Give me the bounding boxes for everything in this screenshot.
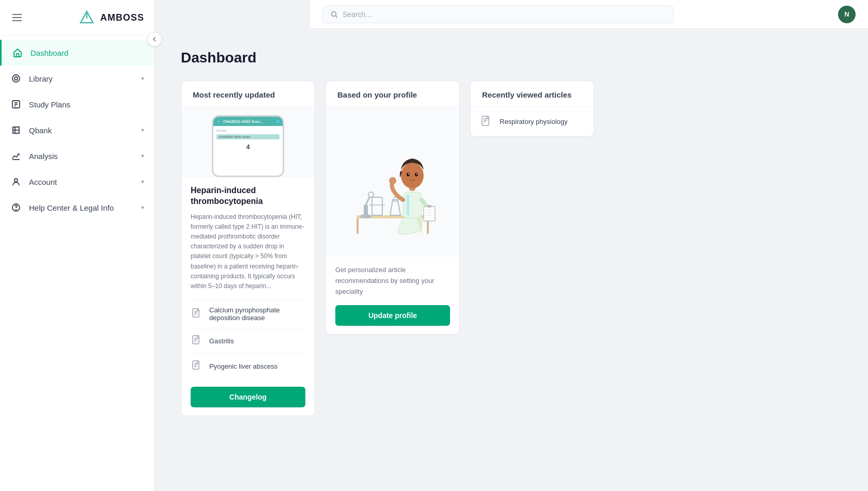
search-icon <box>330 10 338 19</box>
svg-rect-32 <box>372 197 382 215</box>
doc-icon <box>191 308 203 320</box>
svg-point-14 <box>16 210 16 210</box>
svg-rect-48 <box>424 207 435 221</box>
svg-rect-49 <box>427 205 431 208</box>
svg-line-37 <box>366 196 370 205</box>
article-excerpt: Heparin-induced thrombocytopenia (HIT; f… <box>191 212 305 292</box>
phone-body: Results CHA2DS2-VASc Score 4 <box>213 126 283 176</box>
phone-number: 4 <box>216 144 280 151</box>
article-list-item[interactable]: Gastritis <box>191 328 305 353</box>
svg-point-12 <box>14 179 18 182</box>
top-bar: N <box>310 0 868 29</box>
profile-illustration <box>326 107 459 257</box>
phone-mockup: ← CHA2DS2-VASc Scor... Results CHA2DS2-V… <box>212 115 284 177</box>
article-list-item[interactable]: Pyogenic liver abscess <box>191 353 305 378</box>
doc-icon <box>191 360 203 372</box>
svg-point-47 <box>389 177 396 184</box>
svg-point-4 <box>14 77 18 80</box>
sidebar: AMBOSS Dashboard Libr <box>0 0 155 491</box>
svg-point-15 <box>332 11 336 16</box>
article-item-3-name: Pyogenic liver abscess <box>209 362 277 370</box>
chevron-down-icon: ▾ <box>141 152 144 160</box>
changelog-button[interactable]: Changelog <box>191 387 305 407</box>
amboss-logo-text: AMBOSS <box>100 12 144 23</box>
sidebar-item-qbank-label: Qbank <box>29 126 52 135</box>
svg-point-46 <box>416 173 417 175</box>
svg-point-43 <box>407 173 410 177</box>
svg-point-42 <box>401 163 424 188</box>
sidebar-item-account-label: Account <box>29 178 57 186</box>
svg-rect-30 <box>357 218 359 234</box>
svg-point-44 <box>415 173 418 177</box>
svg-point-3 <box>12 75 20 82</box>
article-card-content: Heparin-induced thrombocytopenia Heparin… <box>181 177 315 416</box>
help-icon <box>10 202 22 213</box>
sidebar-item-library[interactable]: Library ▾ <box>0 66 154 91</box>
chevron-down-icon: ▾ <box>141 178 144 185</box>
svg-point-45 <box>408 173 409 175</box>
search-input[interactable] <box>343 10 666 19</box>
right-panel: N Dashboard Most recently updated <box>155 0 868 491</box>
library-icon <box>10 73 22 84</box>
recent-article-1-name: Respiratory physiology <box>500 118 568 125</box>
card-recently-viewed: Recently viewed articles Respiratory phy… <box>470 81 594 137</box>
sidebar-item-analysis[interactable]: Analysis ▾ <box>0 143 154 169</box>
doctor-svg <box>341 115 444 249</box>
qbank-icon <box>10 124 22 136</box>
sidebar-item-help-label: Help Center & Legal Info <box>29 203 114 212</box>
content-area: Dashboard Most recently updated ← <box>155 29 868 491</box>
chevron-down-icon: ▾ <box>141 204 144 211</box>
avatar[interactable]: N <box>838 6 856 23</box>
profile-card-content: Get personalized article recommendations… <box>326 257 459 334</box>
account-icon <box>10 176 22 187</box>
phone-result-bar: CHA2DS2-VASc Score <box>216 134 280 139</box>
sidebar-item-study-plans-label: Study Plans <box>29 100 70 109</box>
hamburger-button[interactable] <box>10 12 24 23</box>
doc-icon <box>191 335 203 347</box>
profile-description: Get personalized article recommendations… <box>335 265 450 297</box>
sidebar-item-dashboard[interactable]: Dashboard <box>0 40 154 66</box>
article-list-item[interactable]: Calcium pyrophosphate deposition disease <box>191 299 305 328</box>
phone-top-bar: ← CHA2DS2-VASc Scor... <box>213 117 283 126</box>
sidebar-item-study-plans[interactable]: Study Plans <box>0 91 154 117</box>
svg-rect-53 <box>482 116 489 125</box>
sidebar-item-library-label: Library <box>29 74 53 83</box>
doc-icon <box>480 115 492 128</box>
phone-mockup-container: ← CHA2DS2-VASc Scor... Results CHA2DS2-V… <box>181 107 315 177</box>
chevron-down-icon: ▾ <box>141 75 144 82</box>
svg-rect-40 <box>407 195 409 215</box>
phone-dot <box>276 120 280 123</box>
sidebar-item-analysis-label: Analysis <box>29 152 58 161</box>
amboss-logo-icon <box>79 9 95 26</box>
card-profile-title: Based on your profile <box>326 81 459 107</box>
sidebar-item-qbank[interactable]: Qbank ▾ <box>0 117 154 143</box>
sidebar-item-help[interactable]: Help Center & Legal Info ▾ <box>0 195 154 220</box>
phone-back-arrow: ← <box>216 119 221 124</box>
svg-rect-39 <box>403 192 422 218</box>
search-bar[interactable] <box>322 6 674 23</box>
card-recently-viewed-title: Recently viewed articles <box>471 81 594 107</box>
study-plans-icon <box>10 99 22 110</box>
sidebar-item-dashboard-label: Dashboard <box>30 49 68 57</box>
sidebar-item-account[interactable]: Account ▾ <box>0 169 154 195</box>
phone-results-label: Results <box>216 129 280 132</box>
recent-article-item[interactable]: Respiratory physiology <box>471 107 594 136</box>
card-recently-updated: Most recently updated ← CHA2DS2-VASc Sco… <box>181 81 315 416</box>
article-item-1-name: Calcium pyrophosphate deposition disease <box>209 306 305 322</box>
svg-line-16 <box>336 15 338 18</box>
sidebar-collapse-button[interactable] <box>147 32 162 46</box>
sidebar-header: AMBOSS <box>0 0 154 36</box>
page-title: Dashboard <box>181 50 842 66</box>
card-recently-updated-title: Most recently updated <box>181 81 315 107</box>
article-item-2-name: Gastritis <box>209 337 234 345</box>
svg-rect-2 <box>17 54 19 57</box>
chevron-down-icon: ▾ <box>141 126 144 134</box>
update-profile-button[interactable]: Update profile <box>335 305 450 326</box>
cards-grid: Most recently updated ← CHA2DS2-VASc Sco… <box>181 81 842 416</box>
analysis-icon <box>10 150 22 162</box>
svg-rect-36 <box>364 205 368 216</box>
card-based-on-profile: Based on your profile <box>326 81 460 335</box>
svg-point-38 <box>368 192 374 197</box>
sidebar-nav: Dashboard Library ▾ St <box>0 36 154 491</box>
article-main-title: Heparin-induced thrombocytopenia <box>191 185 305 207</box>
